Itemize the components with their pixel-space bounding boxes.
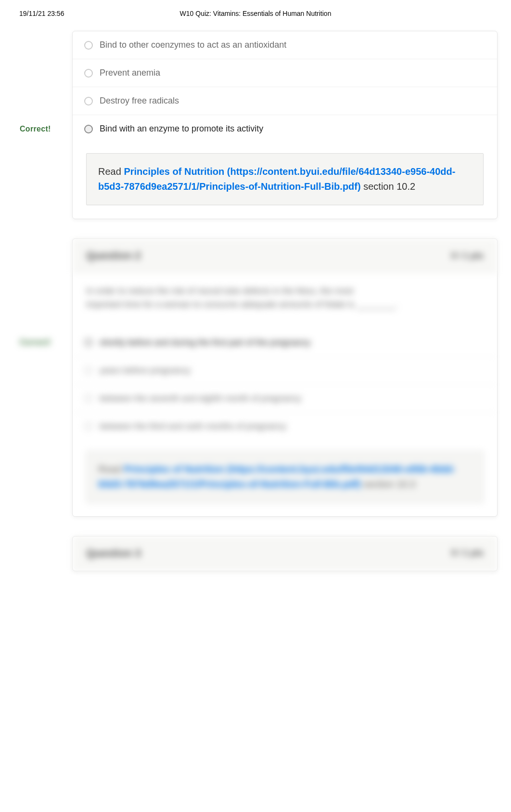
correct-label: Correct! bbox=[20, 125, 51, 133]
feedback-link[interactable]: Principles of Nutrition (https://content… bbox=[98, 464, 455, 489]
answer-text: years before pregnancy bbox=[100, 366, 191, 376]
answer-text: Bind with an enzyme to promote its activ… bbox=[100, 124, 263, 134]
answer-text: between the seventh and eighth month of … bbox=[100, 393, 301, 404]
question-card-3: Question 3 0 / 1 pts bbox=[72, 536, 498, 571]
question-title: Question 2 bbox=[86, 249, 141, 262]
correct-label: Correct! bbox=[20, 338, 51, 347]
radio-unchecked-icon bbox=[84, 366, 93, 375]
question-header: Question 3 0 / 1 pts bbox=[73, 537, 497, 571]
radio-checked-icon bbox=[84, 125, 93, 133]
radio-unchecked-icon bbox=[84, 97, 93, 105]
question-header: Question 2 0 / 1 pts bbox=[73, 239, 497, 273]
radio-unchecked-icon bbox=[84, 41, 93, 50]
answer-list: Correct! shortly before and during the f… bbox=[73, 329, 497, 444]
feedback-suffix: section 10.3 bbox=[363, 479, 415, 489]
question-points: 0 / 1 pts bbox=[451, 548, 484, 558]
radio-unchecked-icon bbox=[84, 69, 93, 78]
answer-option-selected[interactable]: Correct! Bind with an enzyme to promote … bbox=[73, 115, 497, 143]
answer-option[interactable]: Destroy free radicals bbox=[73, 87, 497, 115]
answer-option[interactable]: Bind to other coenzymes to act as an ant… bbox=[73, 31, 497, 59]
stem-line: important time for a woman to consume ad… bbox=[86, 300, 397, 309]
stem-line: In order to reduce the risk of neural tu… bbox=[86, 286, 353, 296]
answer-text: Bind to other coenzymes to act as an ant… bbox=[100, 40, 286, 50]
answer-option[interactable]: between the seventh and eighth month of … bbox=[73, 384, 497, 412]
answer-text: between the third and sixth months of pr… bbox=[100, 421, 286, 432]
answer-text: Destroy free radicals bbox=[100, 96, 179, 106]
question-card-1: Bind to other coenzymes to act as an ant… bbox=[72, 31, 498, 219]
answer-list: Bind to other coenzymes to act as an ant… bbox=[73, 31, 497, 146]
print-header: 19/11/21 23:56 W10 Quiz: Vitamins: Essen… bbox=[0, 0, 511, 22]
question-points: 0 / 1 pts bbox=[451, 251, 484, 261]
answer-option[interactable]: between the third and sixth months of pr… bbox=[73, 412, 497, 440]
feedback-box: Read Principles of Nutrition (https://co… bbox=[86, 451, 484, 503]
radio-checked-icon bbox=[84, 338, 93, 347]
print-datetime: 19/11/21 23:56 bbox=[19, 10, 87, 17]
question-stem: In order to reduce the risk of neural tu… bbox=[73, 273, 497, 329]
radio-unchecked-icon bbox=[84, 422, 93, 431]
answer-option-selected[interactable]: Correct! shortly before and during the f… bbox=[73, 329, 497, 356]
feedback-prefix: Read bbox=[98, 166, 121, 177]
feedback-box: Read Principles of Nutrition (https://co… bbox=[86, 153, 484, 205]
answer-text: Prevent anemia bbox=[100, 68, 160, 78]
page-content: Bind to other coenzymes to act as an ant… bbox=[0, 31, 511, 610]
question-card-2: Question 2 0 / 1 pts In order to reduce … bbox=[72, 238, 498, 517]
answer-option[interactable]: years before pregnancy bbox=[73, 356, 497, 384]
radio-unchecked-icon bbox=[84, 394, 93, 403]
question-title: Question 3 bbox=[86, 547, 141, 560]
feedback-suffix: section 10.2 bbox=[363, 181, 415, 192]
answer-option[interactable]: Prevent anemia bbox=[73, 59, 497, 87]
feedback-prefix: Read bbox=[98, 464, 121, 474]
answer-text: shortly before and during the first part… bbox=[100, 338, 310, 348]
print-title: W10 Quiz: Vitamins: Essentials of Human … bbox=[87, 10, 424, 17]
